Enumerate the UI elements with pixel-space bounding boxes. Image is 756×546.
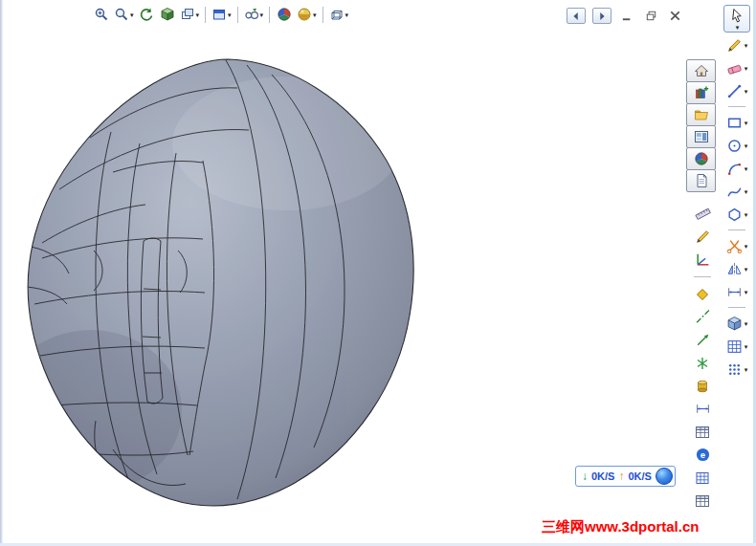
dropdown-arrow-icon: ▾ xyxy=(744,211,748,218)
sketch-button[interactable]: ▾ xyxy=(726,34,748,55)
appearances-icon xyxy=(694,151,709,166)
back-button[interactable] xyxy=(567,8,586,24)
forward-button[interactable] xyxy=(592,8,611,24)
arc-icon xyxy=(726,161,743,177)
dropdown-arrow-icon: ▾ xyxy=(744,65,748,72)
spline-button[interactable]: ▾ xyxy=(726,181,748,202)
diamond-icon xyxy=(695,287,710,302)
point-button[interactable] xyxy=(693,285,712,303)
grid-icon xyxy=(695,470,710,486)
model-canvas[interactable] xyxy=(0,0,756,546)
line-button[interactable]: ▾ xyxy=(726,80,748,101)
close-button[interactable] xyxy=(666,9,683,24)
toolbar-separator xyxy=(728,229,745,230)
zoom-button[interactable]: ▾ xyxy=(113,5,135,24)
circle-button[interactable]: ▾ xyxy=(726,135,748,156)
rotate-view-button[interactable] xyxy=(137,5,156,24)
sketch-pencil-button[interactable] xyxy=(693,228,712,246)
home-icon xyxy=(694,63,709,78)
document-icon xyxy=(694,173,709,188)
select-tool-button[interactable]: ▾ xyxy=(723,5,750,33)
view-palette-icon xyxy=(694,129,709,144)
folder-icon xyxy=(694,107,709,122)
asterisk-icon xyxy=(695,356,710,371)
table-icon xyxy=(695,493,710,509)
solidworks-window: ▾ ▾ ▾ ▾ ▾ ▾ xyxy=(0,0,756,546)
mirror-icon xyxy=(726,261,743,277)
measure-icon xyxy=(695,206,711,222)
toolbar-separator xyxy=(322,7,323,23)
extrude-button[interactable]: ▾ xyxy=(726,313,748,334)
tab-file-explorer[interactable] xyxy=(686,103,716,126)
edrawings-button[interactable] xyxy=(693,446,712,464)
dropdown-arrow-icon: ▾ xyxy=(227,11,232,18)
library-icon xyxy=(694,85,709,100)
origin-button[interactable] xyxy=(693,354,712,372)
render-button[interactable] xyxy=(275,5,294,24)
shaded-view-button[interactable] xyxy=(158,5,177,24)
rectangle-icon xyxy=(726,115,743,131)
polygon-icon xyxy=(726,207,743,223)
polygon-button[interactable]: ▾ xyxy=(726,204,748,225)
arc-button[interactable]: ▾ xyxy=(726,158,748,179)
toolbar-separator xyxy=(205,7,206,23)
eraser-button[interactable]: ▾ xyxy=(726,57,748,78)
minimize-button[interactable] xyxy=(618,9,635,24)
view-toolbar: ▾ ▾ ▾ ▾ ▾ ▾ xyxy=(92,5,349,24)
grid-icon xyxy=(726,339,743,355)
network-speed-widget[interactable]: ↓ 0K/S ↑ 0K/S xyxy=(575,466,676,487)
upload-speed-value: 0K/S xyxy=(628,470,651,482)
dropdown-arrow-icon: ▾ xyxy=(744,165,748,172)
dimension-icon xyxy=(726,284,743,300)
trim-button[interactable]: ▾ xyxy=(726,235,748,256)
pencil-icon xyxy=(695,229,711,245)
cylinder-button[interactable] xyxy=(693,377,712,395)
sketch-toolbar: ▾ ▾ ▾ ▾ ▾ ▾ ▾ ▾ ▾ ▾ ▾ ▾ ▾ ▾ ▾ xyxy=(721,5,753,380)
dropdown-arrow-icon: ▾ xyxy=(312,11,317,18)
line-icon xyxy=(726,83,743,99)
design-table-button[interactable] xyxy=(693,491,712,510)
dropdown-arrow-icon: ▾ xyxy=(259,11,264,18)
dimension-button[interactable] xyxy=(693,400,712,418)
tab-appearances[interactable] xyxy=(686,147,716,170)
pattern-dots-icon xyxy=(726,361,743,378)
circle-icon xyxy=(726,138,743,154)
table-button[interactable] xyxy=(693,423,712,441)
measure-button[interactable] xyxy=(693,205,712,223)
dropdown-arrow-icon: ▾ xyxy=(345,11,349,18)
grid-button[interactable]: ▾ xyxy=(726,336,748,357)
dropdown-arrow-icon: ▾ xyxy=(744,142,748,149)
eraser-icon xyxy=(726,60,743,76)
grid-button[interactable] xyxy=(693,469,712,487)
dropdown-arrow-icon: ▾ xyxy=(744,366,748,373)
tab-view-palette[interactable] xyxy=(686,125,716,148)
tab-design-library[interactable] xyxy=(686,81,716,104)
dropdown-arrow-icon: ▾ xyxy=(744,243,748,250)
upload-arrow-icon: ↑ xyxy=(618,470,624,483)
tab-custom-properties[interactable] xyxy=(686,169,716,192)
viewports-button[interactable]: ▾ xyxy=(179,5,201,24)
axis-button[interactable] xyxy=(693,331,712,349)
coordinate-axes-button[interactable] xyxy=(693,251,712,269)
download-speed-value: 0K/S xyxy=(591,470,614,482)
zoom-in-button[interactable] xyxy=(92,5,111,24)
cursor-icon xyxy=(729,8,745,24)
toolbar-separator xyxy=(728,106,745,107)
axis-arrow-icon xyxy=(695,332,711,348)
centerline-button[interactable] xyxy=(693,308,712,326)
dropdown-arrow-icon: ▾ xyxy=(129,11,134,18)
smart-dimension-button[interactable]: ▾ xyxy=(726,281,748,302)
restore-button[interactable] xyxy=(642,9,659,24)
rectangle-button[interactable]: ▾ xyxy=(726,112,748,133)
dropdown-arrow-icon: ▾ xyxy=(744,266,748,273)
speed-ball-icon[interactable] xyxy=(656,468,673,485)
appearance-button[interactable]: ▾ xyxy=(296,5,318,24)
window-button[interactable]: ▾ xyxy=(211,5,233,24)
dropdown-arrow-icon: ▾ xyxy=(195,11,200,18)
mirror-button[interactable]: ▾ xyxy=(726,258,748,279)
tab-solidworks-resources[interactable] xyxy=(686,59,716,82)
linear-pattern-button[interactable]: ▾ xyxy=(726,359,748,380)
display-style-button[interactable]: ▾ xyxy=(328,5,350,24)
toolbar-separator xyxy=(237,7,238,23)
view-orientation-button[interactable]: ▾ xyxy=(243,5,265,24)
